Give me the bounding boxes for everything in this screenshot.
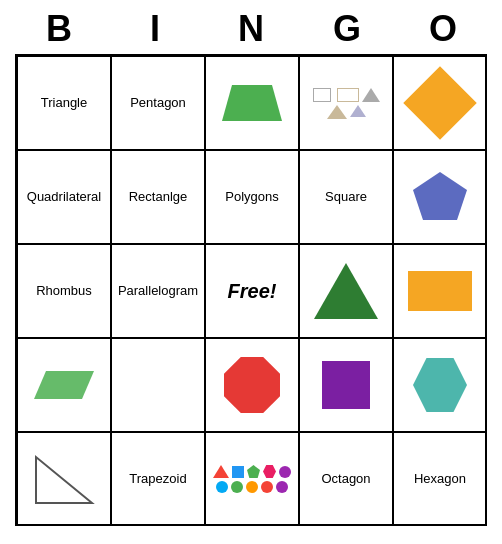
cell-19 xyxy=(393,338,487,432)
bs-tri xyxy=(213,465,229,478)
cell-text-triangle: Triangle xyxy=(41,95,87,111)
bs-circ6 xyxy=(276,481,288,493)
letter-o: O xyxy=(399,8,487,50)
small-tri2 xyxy=(327,105,347,119)
cell-3 xyxy=(299,56,393,150)
cell-4 xyxy=(393,56,487,150)
cell-text-quadrilateral: Quadrilateral xyxy=(27,189,101,205)
bingo-header: B I N G O xyxy=(11,0,491,54)
bs-circ5 xyxy=(261,481,273,493)
octagon-red-shape xyxy=(224,357,280,413)
cell-0: Triangle xyxy=(17,56,111,150)
cell-1: Pentagon xyxy=(111,56,205,150)
cell-11: Parallelogram xyxy=(111,244,205,338)
right-triangle-shape xyxy=(32,453,96,505)
cell-6: Rectanlge xyxy=(111,150,205,244)
small-rect2 xyxy=(337,88,359,102)
small-rect1 xyxy=(313,88,331,102)
letter-b: B xyxy=(15,8,103,50)
square-purple-shape xyxy=(322,361,370,409)
cell-10: Rhombus xyxy=(17,244,111,338)
svg-marker-2 xyxy=(36,457,92,503)
cell-5: Quadrilateral xyxy=(17,150,111,244)
bottom-small-shapes xyxy=(212,465,292,493)
bs-circ1 xyxy=(279,466,291,478)
cell-free: Free! xyxy=(205,244,299,338)
cell-text-pentagon: Pentagon xyxy=(130,95,186,111)
cell-8: Square xyxy=(299,150,393,244)
cell-text-square: Square xyxy=(325,189,367,205)
parallelogram-green-shape xyxy=(32,369,96,401)
bs-pent xyxy=(247,465,260,478)
bs-circ3 xyxy=(231,481,243,493)
cell-18 xyxy=(299,338,393,432)
cell-text-rectangle: Rectanlge xyxy=(129,189,188,205)
letter-g: G xyxy=(303,8,391,50)
svg-marker-1 xyxy=(34,371,94,399)
triangle-dark-green-shape xyxy=(314,263,378,319)
cell-text-rhombus: Rhombus xyxy=(36,283,92,299)
bs-hex xyxy=(263,465,276,478)
cell-15 xyxy=(17,338,111,432)
letter-i: I xyxy=(111,8,199,50)
pentagon-blue-shape xyxy=(411,168,469,226)
small-tri3 xyxy=(350,105,366,117)
letter-n: N xyxy=(207,8,295,50)
small-tri1 xyxy=(362,88,380,102)
hexagon-teal-shape xyxy=(413,358,467,412)
trapezoid-green-shape xyxy=(222,85,282,121)
cell-14 xyxy=(393,244,487,338)
bingo-grid: Triangle Pentagon Quadrilateral Rectanlg… xyxy=(15,54,487,526)
small-shapes xyxy=(310,88,382,119)
cell-17 xyxy=(205,338,299,432)
cell-9 xyxy=(393,150,487,244)
cell-22 xyxy=(205,432,299,526)
cell-24: Hexagon xyxy=(393,432,487,526)
free-text: Free! xyxy=(228,280,277,303)
cell-7: Polygons xyxy=(205,150,299,244)
cell-13 xyxy=(299,244,393,338)
bs-circ4 xyxy=(246,481,258,493)
cell-16 xyxy=(111,338,205,432)
cell-20 xyxy=(17,432,111,526)
bs-sq xyxy=(232,466,244,478)
cell-text-polygons: Polygons xyxy=(225,189,278,205)
cell-text-hexagon: Hexagon xyxy=(414,471,466,487)
cell-2 xyxy=(205,56,299,150)
cell-text-parallelogram: Parallelogram xyxy=(118,283,198,299)
cell-23: Octagon xyxy=(299,432,393,526)
svg-marker-0 xyxy=(413,172,467,220)
diamond-orange-shape xyxy=(403,66,477,140)
cell-text-octagon: Octagon xyxy=(321,471,370,487)
cell-text-trapezoid: Trapezoid xyxy=(129,471,186,487)
rectangle-orange-shape xyxy=(408,271,472,311)
cell-21: Trapezoid xyxy=(111,432,205,526)
bs-circ2 xyxy=(216,481,228,493)
